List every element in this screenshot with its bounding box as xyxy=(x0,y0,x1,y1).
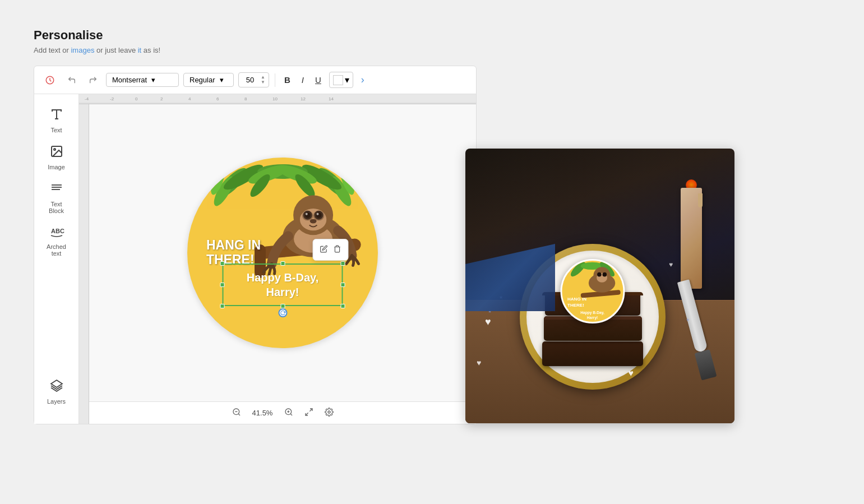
tool-layers[interactable]: Layers xyxy=(37,374,76,409)
svg-text:2: 2 xyxy=(160,96,163,101)
toolbar-divider xyxy=(275,73,275,87)
ruler-left xyxy=(79,104,89,424)
svg-point-58 xyxy=(328,411,330,413)
layers-tool-icon xyxy=(50,379,63,396)
zoom-bar: 41.5% xyxy=(89,401,476,424)
layers-tool-label: Layers xyxy=(47,398,66,405)
tool-image[interactable]: Image xyxy=(37,140,76,175)
page-title: Personalise xyxy=(34,28,830,43)
svg-point-66 xyxy=(597,272,602,277)
svg-text:HANG IN: HANG IN xyxy=(567,297,586,302)
bold-button[interactable]: B xyxy=(281,73,294,87)
tablecloth xyxy=(465,244,555,311)
ruler-top: -4 -2 0 2 4 6 8 10 12 14 xyxy=(79,94,476,104)
heart-2: ♥ xyxy=(477,358,481,367)
hang-in-there-text: HANG IN THERE! xyxy=(206,238,261,267)
edit-text-button[interactable] xyxy=(318,243,330,257)
star-3: ★ xyxy=(686,317,690,322)
zoom-value: 41.5% xyxy=(250,409,275,417)
font-size-field[interactable] xyxy=(242,76,258,84)
edit-popup xyxy=(313,239,349,261)
color-swatch xyxy=(333,75,343,85)
text-block-tool-label: Text Block xyxy=(43,201,71,214)
size-down-arrow[interactable]: ▼ xyxy=(261,80,265,85)
image-tool-icon xyxy=(50,145,63,161)
handle-bottom-right[interactable] xyxy=(341,304,345,308)
handle-rotate[interactable] xyxy=(278,308,287,317)
zoom-in-button[interactable] xyxy=(282,405,295,421)
svg-text:14: 14 xyxy=(329,96,334,101)
handle-bottom-left[interactable] xyxy=(220,304,225,308)
selected-text-content: Happy B-Day, Harry! xyxy=(229,270,336,299)
page-container: Personalise Add text or images or just l… xyxy=(0,0,864,436)
svg-point-48 xyxy=(313,211,324,221)
preview-photo: HANG IN THERE! Happy B-Day, Harry! xyxy=(465,149,734,423)
page-subtitle: Add text or images or just leave it as i… xyxy=(34,46,830,54)
italic-button[interactable]: I xyxy=(298,73,307,87)
svg-text:0: 0 xyxy=(135,96,138,101)
handle-top-left[interactable] xyxy=(220,261,225,266)
svg-point-67 xyxy=(603,272,607,277)
svg-point-22 xyxy=(210,174,237,209)
svg-text:-2: -2 xyxy=(110,96,114,101)
heart-3: ♥ xyxy=(629,368,634,378)
font-family-select[interactable]: Montserrat ▾ xyxy=(106,73,179,87)
history-button[interactable] xyxy=(41,72,59,88)
image-tool-label: Image xyxy=(48,164,65,170)
canvas-content: HANG IN THERE! xyxy=(89,104,476,401)
color-picker-button[interactable]: ▾ xyxy=(329,72,353,88)
svg-text:-4: -4 xyxy=(85,96,89,101)
design-circle[interactable]: HANG IN THERE! xyxy=(187,158,378,348)
tool-text[interactable]: Text xyxy=(37,103,76,138)
svg-line-56 xyxy=(309,409,312,411)
editor-body: Text Image xyxy=(34,94,476,424)
text-tool-icon xyxy=(50,108,63,124)
toolbar: Montserrat ▾ Regular ▾ ▲ ▼ B I U ▾ xyxy=(34,66,476,94)
svg-point-4 xyxy=(54,149,56,150)
svg-text:Happy B-Day,: Happy B-Day, xyxy=(580,311,604,315)
size-up-arrow[interactable]: ▲ xyxy=(261,75,265,80)
more-options-button[interactable]: › xyxy=(358,73,368,87)
handle-top-middle[interactable] xyxy=(280,261,285,266)
svg-text:Harry!: Harry! xyxy=(587,316,598,320)
handle-bottom-middle[interactable] xyxy=(280,304,285,308)
font-size-input[interactable]: ▲ ▼ xyxy=(238,72,269,87)
selected-text-box[interactable]: Happy B-Day, Harry! xyxy=(223,263,343,306)
handle-right-middle[interactable] xyxy=(341,283,345,287)
heart-4: ♥ xyxy=(669,261,673,269)
svg-text:4: 4 xyxy=(188,96,191,101)
text-tool-label: Text xyxy=(50,127,62,133)
svg-text:THERE!: THERE! xyxy=(567,303,584,308)
fit-to-screen-button[interactable] xyxy=(302,405,316,421)
canvas-area[interactable]: -4 -2 0 2 4 6 8 10 12 14 xyxy=(79,94,476,424)
settings-button[interactable] xyxy=(322,405,336,421)
tool-arched-text[interactable]: ABC Arched text xyxy=(37,221,76,261)
svg-point-21 xyxy=(214,164,251,201)
svg-line-50 xyxy=(238,414,240,415)
redo-button[interactable] xyxy=(85,73,101,87)
tool-sidebar: Text Image xyxy=(34,94,79,424)
editor-container: Montserrat ▾ Regular ▾ ▲ ▼ B I U ▾ xyxy=(34,66,477,424)
mini-cake-topper: HANG IN THERE! Happy B-Day, Harry! xyxy=(561,259,625,323)
handle-left-middle[interactable] xyxy=(220,283,225,287)
svg-point-47 xyxy=(302,211,313,221)
svg-line-57 xyxy=(306,413,308,415)
text-block-tool-icon xyxy=(50,182,63,198)
underline-button[interactable]: U xyxy=(312,73,325,87)
svg-point-24 xyxy=(208,164,228,197)
delete-text-button[interactable] xyxy=(331,243,344,257)
svg-text:8: 8 xyxy=(244,96,247,101)
tool-text-block[interactable]: Text Block xyxy=(37,177,76,219)
svg-text:12: 12 xyxy=(301,96,306,101)
zoom-out-button[interactable] xyxy=(230,405,243,421)
svg-text:6: 6 xyxy=(216,96,219,101)
font-style-select[interactable]: Regular ▾ xyxy=(183,73,234,87)
arched-text-tool-icon: ABC xyxy=(49,225,64,241)
undo-button[interactable] xyxy=(63,73,80,87)
svg-line-53 xyxy=(290,414,292,415)
svg-text:ABC: ABC xyxy=(51,228,64,234)
handle-top-right[interactable] xyxy=(341,261,345,266)
svg-text:10: 10 xyxy=(272,96,278,101)
heart-1: ♥ xyxy=(485,316,491,328)
arched-text-tool-label: Arched text xyxy=(43,243,71,257)
